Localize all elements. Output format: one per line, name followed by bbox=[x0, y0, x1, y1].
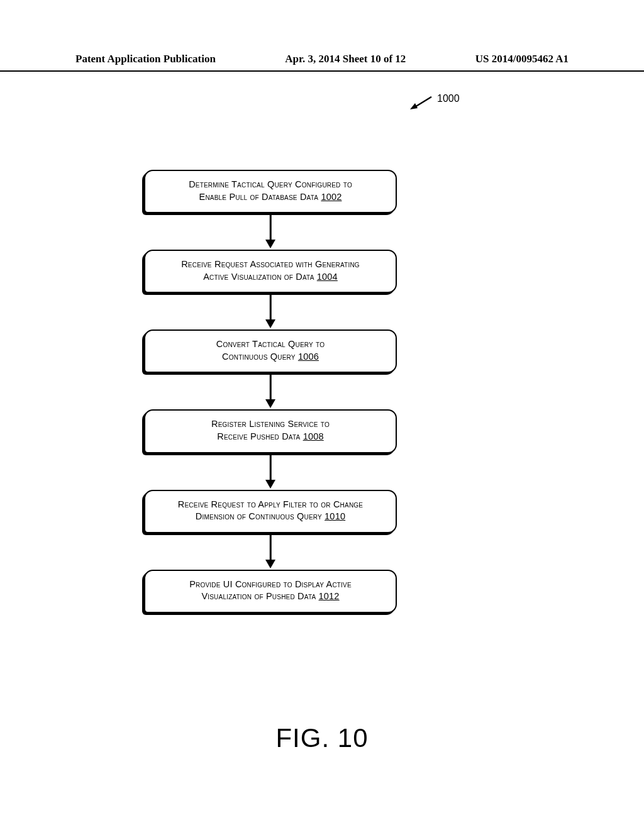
arrow-down-icon bbox=[261, 532, 280, 570]
step-text: Register Listening Service to bbox=[211, 419, 330, 429]
figure-label: FIG. 10 bbox=[0, 723, 644, 753]
step-box-1002: Determine Tactical Query Configured to E… bbox=[144, 170, 397, 213]
header-center: Apr. 3, 2014 Sheet 10 of 12 bbox=[285, 53, 406, 65]
svg-marker-1 bbox=[410, 103, 418, 109]
arrow-down-icon bbox=[261, 292, 280, 329]
step-box-1012: Provide UI Configured to Display Active … bbox=[144, 570, 397, 613]
step-text: Provide UI Configured to Display Active bbox=[189, 579, 352, 589]
step-box-1004: Receive Request Associated with Generati… bbox=[144, 250, 397, 293]
step-ref: 1006 bbox=[298, 351, 319, 362]
step-ref: 1002 bbox=[321, 192, 341, 202]
step-ref: 1010 bbox=[325, 511, 345, 521]
step-text: Receive Request Associated with Generati… bbox=[181, 259, 360, 269]
step-text: Continuous Query bbox=[222, 351, 298, 362]
svg-line-0 bbox=[415, 97, 431, 107]
step-text: Convert Tactical Query to bbox=[216, 339, 325, 349]
step-ref: 1008 bbox=[303, 431, 324, 441]
step-text: Dimension of Continuous Query bbox=[196, 511, 325, 521]
header-rule: Patent Application Publication Apr. 3, 2… bbox=[0, 53, 644, 72]
arrow-down-icon bbox=[261, 212, 280, 250]
flowchart: Determine Tactical Query Configured to E… bbox=[145, 170, 396, 613]
step-text: Enable Pull of Database Data bbox=[199, 192, 321, 202]
arrow-down-icon bbox=[261, 372, 280, 409]
step-box-1010: Receive Request to Apply Filter to or Ch… bbox=[144, 490, 397, 533]
header-right: US 2014/0095462 A1 bbox=[475, 53, 569, 65]
step-text: Active Visualization of Data bbox=[203, 272, 317, 282]
step-text: Receive Pushed Data bbox=[217, 431, 303, 441]
step-text: Determine Tactical Query Configured to bbox=[189, 179, 352, 189]
reference-number: 1000 bbox=[437, 93, 460, 104]
step-ref: 1004 bbox=[317, 272, 338, 282]
header-left: Patent Application Publication bbox=[75, 53, 216, 65]
header: Patent Application Publication Apr. 3, 2… bbox=[0, 53, 644, 68]
step-box-1006: Convert Tactical Query to Continuous Que… bbox=[144, 329, 397, 373]
step-ref: 1012 bbox=[319, 591, 340, 601]
step-box-1008: Register Listening Service to Receive Pu… bbox=[144, 409, 397, 453]
reference-arrow-icon bbox=[409, 94, 434, 111]
step-text: Visualization of Pushed Data bbox=[201, 591, 318, 601]
step-text: Receive Request to Apply Filter to or Ch… bbox=[178, 499, 363, 509]
page: Patent Application Publication Apr. 3, 2… bbox=[0, 0, 644, 830]
arrow-down-icon bbox=[261, 452, 280, 490]
